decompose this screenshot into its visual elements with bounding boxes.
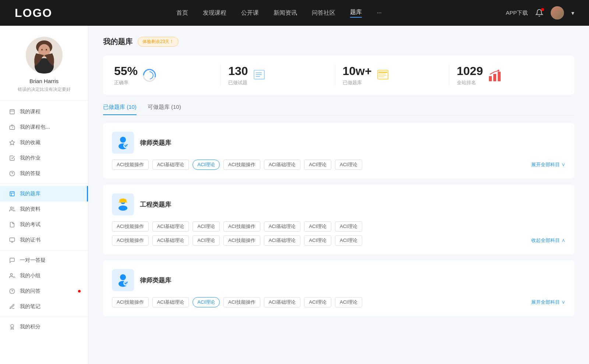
tag-lawyer2-3[interactable]: ACI理论 [193, 297, 220, 307]
menu-item-package[interactable]: 我的课程包... [0, 119, 88, 135]
tabs: 已做题库 (10) 可做题库 (10) [103, 104, 574, 115]
stat-value-accuracy: 55% 正确率 [114, 64, 138, 86]
tags-row-engineer-2: ACI技能操作 ACI基础理论 ACI理论 ACI技能操作 ACI基础理论 AC… [112, 235, 565, 246]
header: LOGO 首页 发现课程 公开课 新闻资讯 问答社区 题库 ··· APP下载 … [0, 0, 589, 26]
stat-accuracy: 55% 正确率 [114, 64, 221, 86]
notification-bell[interactable] [535, 9, 543, 17]
menu-label-exam: 我的考试 [20, 221, 40, 228]
tag-eng-12[interactable]: ACI基础理论 [264, 235, 301, 246]
tag-eng-4[interactable]: ACI技能操作 [223, 221, 260, 232]
tag-lawyer1-3[interactable]: ACI理论 [193, 160, 220, 170]
rank-icon [488, 69, 501, 82]
collapse-engineer[interactable]: 收起全部科目 ∧ [531, 237, 565, 244]
menu-item-favorite[interactable]: 我的收藏 [0, 135, 88, 150]
menu-item-group[interactable]: 我的小组 [0, 268, 88, 283]
tag-lawyer1-1[interactable]: ACI技能操作 [112, 160, 149, 170]
svg-rect-43 [378, 75, 387, 76]
menu-item-data[interactable]: 我的资料 [0, 201, 88, 217]
nav-discover[interactable]: 发现课程 [203, 9, 226, 17]
menu-item-qa[interactable]: 我的答疑 [0, 166, 88, 181]
menu-item-note[interactable]: 我的笔记 [0, 299, 88, 314]
svg-rect-46 [493, 74, 496, 81]
banks-icon [377, 69, 390, 82]
expand-lawyer-1[interactable]: 展开全部科目 ∨ [531, 161, 565, 168]
menu-label-group: 我的小组 [20, 272, 40, 279]
tag-eng-7[interactable]: ACI理论 [335, 221, 362, 232]
question-icon [9, 288, 15, 295]
nav-more[interactable]: ··· [377, 10, 381, 16]
nav-bank[interactable]: 题库 [350, 8, 362, 18]
menu-item-homework[interactable]: 我的作业 [0, 150, 88, 166]
tag-lawyer2-1[interactable]: ACI技能操作 [112, 297, 149, 307]
tag-lawyer2-4[interactable]: ACI技能操作 [223, 297, 260, 307]
expand-lawyer-2[interactable]: 展开全部科目 ∨ [531, 299, 565, 306]
lawyer-icon-1 [112, 132, 134, 154]
engineer-icon [112, 193, 134, 215]
trial-badge: 体验剩余23天！ [138, 37, 179, 47]
score-icon [9, 324, 15, 330]
tag-lawyer1-5[interactable]: ACI基础理论 [264, 160, 301, 170]
tab-done[interactable]: 已做题库 (10) [103, 104, 137, 115]
tag-eng-2[interactable]: ACI基础理论 [152, 221, 189, 232]
questions-icon [253, 69, 267, 82]
stat-value-questions: 130 已做试题 [228, 64, 248, 86]
tag-lawyer1-6[interactable]: ACI理论 [304, 160, 331, 170]
tag-lawyer2-2[interactable]: ACI基础理论 [152, 297, 189, 307]
menu-item-oneone[interactable]: 一对一答疑 [0, 253, 88, 268]
qa-icon [9, 170, 15, 177]
tag-lawyer1-4[interactable]: ACI技能操作 [223, 160, 260, 170]
user-avatar-header[interactable] [551, 6, 564, 19]
stat-label-questions: 已做试题 [228, 79, 248, 86]
content-area: 我的题库 体验剩余23天！ 55% 正确率 [88, 26, 589, 364]
app-download-button[interactable]: APP下载 [506, 10, 528, 17]
tag-lawyer1-7[interactable]: ACI理论 [335, 160, 362, 170]
tag-lawyer1-2[interactable]: ACI基础理论 [152, 160, 189, 170]
svg-point-54 [119, 206, 127, 211]
tag-eng-13[interactable]: ACI理论 [304, 235, 331, 246]
tag-eng-14[interactable]: ACI理论 [335, 235, 362, 246]
svg-point-49 [120, 137, 126, 143]
menu-item-question[interactable]: 我的问答 [0, 283, 88, 299]
page-header: 我的题库 体验剩余23天！ [103, 37, 574, 47]
main-nav: 首页 发现课程 公开课 新闻资讯 问答社区 题库 ··· [176, 8, 381, 18]
user-menu-chevron[interactable]: ▾ [571, 10, 574, 17]
tag-lawyer2-5[interactable]: ACI基础理论 [264, 297, 301, 307]
bank-card-lawyer-1: 律师类题库 ACI技能操作 ACI基础理论 ACI理论 ACI技能操作 ACI基… [103, 123, 574, 179]
svg-rect-57 [119, 202, 127, 203]
tag-eng-8[interactable]: ACI技能操作 [112, 235, 149, 246]
nav-qa[interactable]: 问答社区 [312, 9, 335, 17]
bank-icon [9, 190, 15, 197]
bank-header-lawyer-2: 律师类题库 [112, 269, 565, 291]
tag-lawyer2-6[interactable]: ACI理论 [304, 297, 331, 307]
accuracy-icon [143, 69, 156, 82]
tag-eng-3[interactable]: ACI理论 [193, 221, 220, 232]
tag-lawyer2-7[interactable]: ACI理论 [335, 297, 362, 307]
tag-eng-9[interactable]: ACI基础理论 [152, 235, 189, 246]
nav-open-course[interactable]: 公开课 [241, 9, 259, 17]
bank-title-lawyer-2: 律师类题库 [140, 276, 171, 285]
menu-item-course[interactable]: 我的课程 [0, 104, 88, 119]
menu-item-cert[interactable]: 我的证书 [0, 232, 88, 248]
data-icon [9, 206, 15, 213]
nav-home[interactable]: 首页 [176, 9, 188, 17]
bank-card-lawyer-2: 律师类题库 ACI技能操作 ACI基础理论 ACI理论 ACI技能操作 ACI基… [103, 260, 574, 316]
tag-eng-5[interactable]: ACI基础理论 [264, 221, 301, 232]
nav-news[interactable]: 新闻资讯 [274, 9, 297, 17]
menu-label-homework: 我的作业 [20, 155, 40, 161]
main-layout: Brian Harris 错误的决定比没有决定要好 我的课程 我的课程包... [0, 26, 589, 364]
stat-value-rank: 1029 全站排名 [457, 64, 483, 86]
tag-eng-1[interactable]: ACI技能操作 [112, 221, 149, 232]
profile-name: Brian Harris [29, 78, 59, 84]
svg-point-58 [120, 274, 126, 280]
sidebar-divider-3 [0, 317, 88, 317]
svg-rect-40 [378, 70, 388, 79]
menu-item-bank[interactable]: 我的题库 [0, 186, 88, 201]
tag-eng-11[interactable]: ACI技能操作 [223, 235, 260, 246]
tag-eng-10[interactable]: ACI理论 [193, 235, 220, 246]
svg-rect-16 [10, 192, 14, 196]
tag-eng-6[interactable]: ACI理论 [304, 221, 331, 232]
menu-item-score[interactable]: 我的积分 [0, 319, 88, 335]
menu-item-exam[interactable]: 我的考试 [0, 217, 88, 232]
tab-available[interactable]: 可做题库 (10) [148, 104, 181, 115]
stat-value-banks: 10w+ 已做题库 [343, 64, 372, 86]
